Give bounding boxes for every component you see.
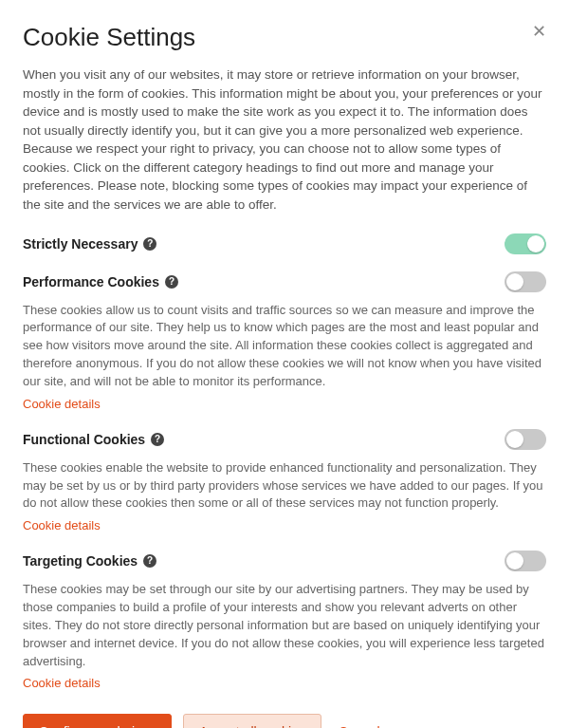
modal-footer: Confirm my choices Accept all cookies Ca… — [23, 714, 546, 728]
category-functional: Functional Cookies ? These cookies enabl… — [23, 429, 546, 534]
toggle-strictly-necessary — [505, 233, 546, 254]
help-icon[interactable]: ? — [143, 237, 156, 251]
cookie-settings-modal: ✕ Cookie Settings When you visit any of … — [0, 0, 569, 728]
toggle-functional[interactable] — [505, 429, 546, 450]
category-description: These cookies allow us to count visits a… — [23, 302, 546, 391]
toggle-targeting[interactable] — [505, 551, 546, 571]
category-title: Functional Cookies — [23, 432, 145, 447]
toggle-knob — [506, 273, 523, 290]
category-description: These cookies may be set through our sit… — [23, 581, 546, 670]
category-title-wrap: Performance Cookies ? — [23, 274, 178, 289]
category-targeting: Targeting Cookies ? These cookies may be… — [23, 551, 546, 691]
close-icon: ✕ — [532, 22, 546, 41]
category-description: These cookies enable the website to prov… — [23, 459, 546, 513]
cookie-details-link[interactable]: Cookie details — [23, 518, 101, 532]
cookie-details-link[interactable]: Cookie details — [23, 397, 101, 411]
category-title-wrap: Functional Cookies ? — [23, 432, 164, 447]
modal-intro: When you visit any of our websites, it m… — [23, 65, 546, 215]
help-icon[interactable]: ? — [151, 433, 164, 446]
close-button[interactable]: ✕ — [532, 23, 546, 40]
cancel-button[interactable]: Cancel — [333, 715, 386, 728]
toggle-knob — [506, 552, 523, 569]
toggle-performance[interactable] — [505, 271, 546, 292]
toggle-knob — [506, 431, 523, 448]
cookie-details-link[interactable]: Cookie details — [23, 676, 101, 690]
confirm-button[interactable]: Confirm my choices — [23, 714, 172, 728]
help-icon[interactable]: ? — [165, 275, 178, 289]
category-header: Performance Cookies ? — [23, 271, 546, 292]
help-icon[interactable]: ? — [143, 554, 156, 568]
toggle-knob — [527, 235, 544, 252]
accept-all-button[interactable]: Accept all cookies — [183, 714, 321, 728]
category-strictly-necessary: Strictly Necessary ? — [23, 233, 546, 254]
category-performance: Performance Cookies ? These cookies allo… — [23, 271, 546, 412]
category-title-wrap: Strictly Necessary ? — [23, 236, 156, 252]
category-title: Strictly Necessary — [23, 236, 138, 252]
category-title: Performance Cookies — [23, 274, 159, 289]
category-title-wrap: Targeting Cookies ? — [23, 553, 156, 569]
category-header: Targeting Cookies ? — [23, 551, 546, 571]
category-title: Targeting Cookies — [23, 553, 138, 569]
category-header: Strictly Necessary ? — [23, 233, 546, 254]
modal-title: Cookie Settings — [23, 23, 546, 52]
category-header: Functional Cookies ? — [23, 429, 546, 450]
